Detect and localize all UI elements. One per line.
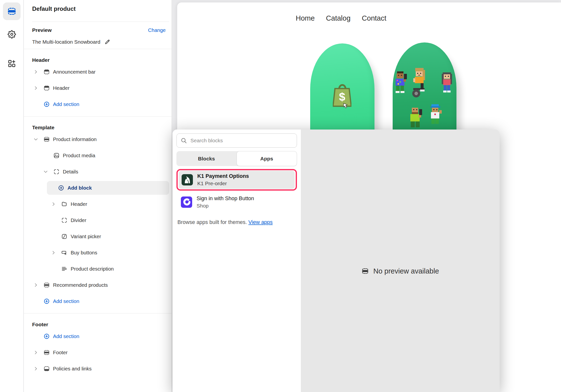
tree-row-add-block[interactable]: Add block bbox=[32, 180, 169, 196]
tree-row-label: Recommended products bbox=[53, 282, 108, 288]
chevron-right-icon[interactable] bbox=[33, 85, 39, 91]
change-link[interactable]: Change bbox=[148, 27, 166, 33]
brackets-icon bbox=[53, 169, 60, 175]
k1-app-icon bbox=[182, 174, 193, 185]
shop-app-icon bbox=[181, 196, 192, 208]
view-apps-link[interactable]: View apps bbox=[248, 219, 273, 225]
section-placeholder-icon bbox=[361, 267, 369, 275]
tree-row-product-media[interactable]: Product media bbox=[32, 147, 169, 164]
variant-icon bbox=[61, 233, 67, 240]
search-icon bbox=[181, 137, 187, 144]
browse-apps-text: Browse apps built for themes. View apps bbox=[176, 218, 277, 227]
chevron-right-icon[interactable] bbox=[51, 201, 56, 207]
plus-circle-icon bbox=[43, 101, 50, 107]
tab-blocks[interactable]: Blocks bbox=[176, 151, 237, 166]
tree-row-add-section[interactable]: Add section bbox=[32, 96, 169, 112]
chevron-right-icon[interactable] bbox=[33, 282, 39, 288]
plus-circle-icon bbox=[43, 333, 50, 340]
tree-row-label: Footer bbox=[53, 350, 67, 355]
app-block-subtitle: K1 Pre-order bbox=[197, 181, 249, 186]
tree-row-variant-picker[interactable]: Variant picker bbox=[32, 228, 169, 245]
add-section-label: Add section bbox=[53, 101, 79, 107]
chevron-down-icon[interactable] bbox=[33, 137, 39, 142]
tree-row-recommended-products[interactable]: Recommended products bbox=[32, 277, 169, 293]
tree-row-label: Variant picker bbox=[71, 234, 101, 239]
blocks-apps-tabs: Blocks Apps bbox=[176, 151, 297, 166]
rail-app-embeds-button[interactable] bbox=[3, 55, 21, 72]
chevron-down-icon[interactable] bbox=[43, 169, 48, 174]
tree-row-header[interactable]: Header bbox=[32, 80, 169, 96]
preview-page-name: The Multi-location Snowboard bbox=[32, 39, 100, 45]
rail-theme-settings-button[interactable] bbox=[3, 26, 21, 43]
tree-row-label: Product media bbox=[63, 153, 95, 158]
chevron-right-icon[interactable] bbox=[33, 350, 39, 355]
rail-sections-button[interactable] bbox=[3, 2, 21, 20]
app-embeds-icon bbox=[8, 59, 16, 68]
nav-home-link[interactable]: Home bbox=[296, 14, 315, 22]
svg-text:$: $ bbox=[339, 91, 345, 103]
section-top-icon bbox=[43, 69, 50, 75]
brackets-icon bbox=[61, 217, 67, 223]
tree-row-divider[interactable]: Divider bbox=[32, 212, 169, 228]
tree-row-header[interactable]: Header bbox=[32, 196, 169, 212]
nav-contact-link[interactable]: Contact bbox=[362, 14, 386, 22]
tab-apps[interactable]: Apps bbox=[237, 151, 297, 166]
tree-row-product-description[interactable]: Product description bbox=[32, 261, 169, 277]
tree-row-label: Announcement bar bbox=[53, 69, 95, 75]
chevron-right-icon[interactable] bbox=[33, 69, 39, 75]
app-block-sign-in-with-shop-button[interactable]: Sign in with Shop ButtonShop bbox=[176, 193, 297, 211]
section-middle-icon bbox=[43, 349, 50, 356]
group-heading-footer: Footer bbox=[32, 321, 169, 328]
plus-circle-icon bbox=[43, 298, 50, 304]
activity-rail bbox=[0, 0, 24, 392]
tree-row-product-information[interactable]: Product information bbox=[32, 131, 169, 147]
tree-row-buy-buttons[interactable]: Buy buttons bbox=[32, 245, 169, 261]
media-icon bbox=[53, 152, 60, 159]
section-middle-icon bbox=[43, 136, 50, 143]
chevron-right-icon[interactable] bbox=[51, 250, 56, 255]
shopify-bag-pixel-art: $ bbox=[333, 80, 351, 109]
storefront-nav: Home Catalog Contact bbox=[296, 14, 386, 22]
no-preview-pane: No preview available bbox=[301, 130, 500, 392]
text-lines-icon bbox=[61, 266, 67, 272]
add-block-pill[interactable]: Add block bbox=[47, 181, 169, 195]
block-picker: Blocks Apps K1 Payment OptionsK1 Pre-ord… bbox=[173, 130, 301, 392]
theme-editor: Default product Preview Change The Multi… bbox=[0, 0, 561, 392]
divider bbox=[32, 22, 169, 22]
section-tree: HeaderAnnouncement barHeaderAdd sectionT… bbox=[32, 49, 169, 377]
add-block-popover: Blocks Apps K1 Payment OptionsK1 Pre-ord… bbox=[173, 130, 500, 392]
chevron-right-icon[interactable] bbox=[33, 366, 39, 371]
app-block-title: Sign in with Shop Button bbox=[197, 196, 254, 202]
nav-catalog-link[interactable]: Catalog bbox=[326, 14, 350, 22]
tree-row-label: Header bbox=[53, 85, 69, 91]
divider bbox=[24, 116, 172, 117]
tree-row-add-section[interactable]: Add section bbox=[32, 328, 169, 344]
tree-row-footer[interactable]: Footer bbox=[32, 344, 169, 361]
tree-row-add-section[interactable]: Add section bbox=[32, 293, 169, 309]
preview-label: Preview bbox=[32, 27, 52, 33]
buy-icon bbox=[61, 249, 67, 256]
section-top-icon bbox=[43, 85, 50, 91]
app-block-k1-payment-options[interactable]: K1 Payment OptionsK1 Pre-order bbox=[176, 169, 297, 191]
tree-row-label: Buy buttons bbox=[71, 250, 97, 256]
tree-row-announcement-bar[interactable]: Announcement bar bbox=[32, 64, 169, 80]
tree-row-label: Header bbox=[71, 201, 87, 207]
divider bbox=[24, 313, 172, 314]
divider bbox=[24, 49, 172, 49]
tree-row-label: Policies and links bbox=[53, 366, 92, 372]
plus-circle-icon bbox=[58, 185, 64, 191]
folder-icon bbox=[61, 201, 67, 207]
tree-row-details[interactable]: Details bbox=[32, 164, 169, 180]
search-blocks-input[interactable] bbox=[176, 133, 297, 148]
section-middle-icon bbox=[43, 282, 50, 288]
app-block-title: K1 Payment Options bbox=[197, 173, 249, 179]
gear-icon bbox=[8, 30, 16, 39]
add-section-label: Add section bbox=[53, 298, 79, 304]
section-bottom-icon bbox=[43, 366, 50, 372]
sections-icon bbox=[7, 7, 16, 16]
edit-pencil-icon[interactable] bbox=[104, 39, 110, 45]
tree-row-policies-and-links[interactable]: Policies and links bbox=[32, 361, 169, 377]
tree-row-label: Details bbox=[63, 169, 78, 175]
tree-row-label: Product information bbox=[53, 136, 97, 142]
add-block-label: Add block bbox=[67, 185, 92, 191]
